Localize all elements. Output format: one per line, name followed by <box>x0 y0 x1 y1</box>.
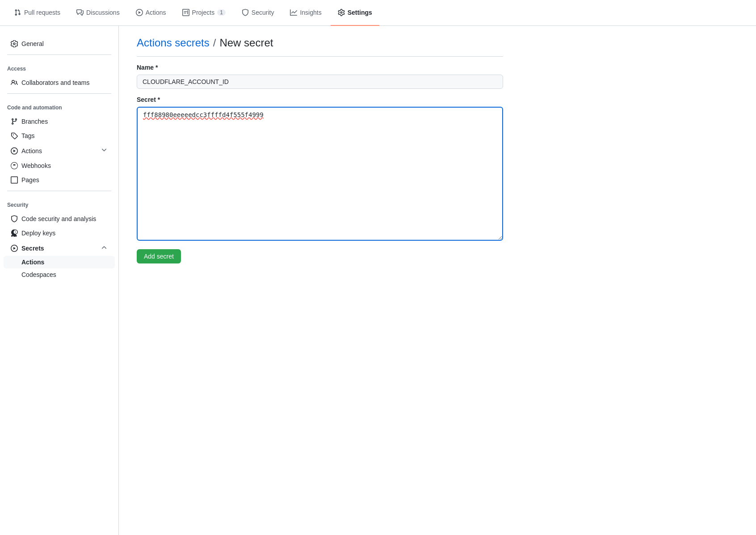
security-icon <box>242 9 249 16</box>
sidebar-item-tags[interactable]: Tags <box>4 129 115 143</box>
sidebar-section-code-automation: Code and automation <box>0 97 118 114</box>
page-header: Actions secrets / New secret <box>137 37 503 57</box>
sidebar-section-access: Access <box>0 59 118 75</box>
deploy-keys-icon <box>11 230 18 237</box>
sidebar-item-pages[interactable]: Pages <box>4 173 115 187</box>
top-nav: Pull requests Discussions Actions Projec… <box>0 0 756 26</box>
name-form-group: Name * <box>137 64 503 89</box>
page-title: New secret <box>219 37 273 49</box>
name-label: Name * <box>137 64 503 71</box>
secret-label: Secret * <box>137 96 503 103</box>
pull-requests-icon <box>14 9 21 16</box>
projects-icon <box>182 9 189 16</box>
secret-textarea[interactable]: fff88980eeeeedcc3ffffd4f555f4999 <box>137 107 503 241</box>
actions-chevron-icon <box>101 146 108 155</box>
settings-icon <box>338 9 345 16</box>
sidebar-divider-2 <box>7 93 111 94</box>
nav-discussions[interactable]: Discussions <box>69 0 127 26</box>
sidebar-item-collaborators[interactable]: Collaborators and teams <box>4 75 115 90</box>
breadcrumb-separator: / <box>213 37 216 49</box>
sidebar-item-code-security[interactable]: Code security and analysis <box>4 212 115 226</box>
nav-insights[interactable]: Insights <box>283 0 328 26</box>
tags-icon <box>11 132 18 139</box>
sidebar-item-actions[interactable]: Actions <box>4 143 115 159</box>
secrets-icon <box>11 245 18 252</box>
sidebar-item-webhooks[interactable]: Webhooks <box>4 159 115 173</box>
sidebar-item-secrets[interactable]: Secrets <box>4 240 115 256</box>
nav-actions[interactable]: Actions <box>129 0 173 26</box>
secret-form-group: Secret * fff88980eeeeedcc3ffffd4f555f499… <box>137 96 503 242</box>
main-content: Actions secrets / New secret Name * Secr… <box>119 26 521 535</box>
actions-sidebar-icon <box>11 147 18 155</box>
projects-badge: 1 <box>217 9 226 16</box>
sidebar-section-security: Security <box>0 195 118 212</box>
breadcrumb-link[interactable]: Actions secrets <box>137 37 210 49</box>
nav-settings[interactable]: Settings <box>331 0 379 26</box>
sidebar-item-branches[interactable]: Branches <box>4 114 115 129</box>
secrets-chevron-icon <box>101 244 108 252</box>
svg-point-0 <box>13 43 15 45</box>
code-security-icon <box>11 215 18 222</box>
nav-projects[interactable]: Projects 1 <box>175 0 233 26</box>
webhooks-icon <box>11 162 18 169</box>
add-secret-button[interactable]: Add secret <box>137 249 181 263</box>
sidebar-sub-item-actions[interactable]: Actions <box>4 256 115 268</box>
sidebar-item-general[interactable]: General <box>4 37 115 51</box>
page-layout: General Access Collaborators and teams C… <box>0 26 756 535</box>
sidebar-divider-3 <box>7 191 111 191</box>
nav-security[interactable]: Security <box>235 0 281 26</box>
sidebar-divider-1 <box>7 54 111 55</box>
name-input[interactable] <box>137 75 503 89</box>
sidebar-sub-item-codespaces[interactable]: Codespaces <box>4 268 115 281</box>
sidebar: General Access Collaborators and teams C… <box>0 26 119 535</box>
collaborators-icon <box>11 79 18 86</box>
sidebar-item-deploy-keys[interactable]: Deploy keys <box>4 226 115 240</box>
insights-icon <box>290 9 297 16</box>
gear-icon <box>11 40 18 47</box>
actions-icon <box>136 9 143 16</box>
discussions-icon <box>76 9 84 16</box>
branches-icon <box>11 118 18 125</box>
pages-icon <box>11 176 18 184</box>
nav-pull-requests[interactable]: Pull requests <box>7 0 67 26</box>
